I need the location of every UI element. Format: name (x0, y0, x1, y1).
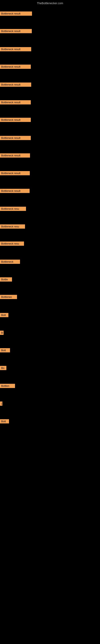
bottleneck-result-7: Bottleneck result (0, 118, 31, 123)
bottleneck-label-18: Bott (0, 313, 8, 317)
bottleneck-result-11: Bottleneck result (0, 189, 30, 194)
bottleneck-label-6: Bottleneck result (0, 100, 31, 104)
bottleneck-result-12: Bottleneck resu (0, 207, 26, 212)
bottleneck-result-18: Bott (0, 313, 8, 318)
bottleneck-label-17: Bottlenec (0, 295, 17, 299)
bottleneck-result-9: Bottleneck result (0, 153, 30, 158)
bottleneck-label-8: Bottleneck result (0, 136, 31, 140)
bottleneck-result-16: Bottle (0, 277, 12, 282)
bottleneck-result-13: Bottleneck resu (0, 224, 25, 230)
bottleneck-result-19: B (0, 331, 3, 336)
bottleneck-result-17: Bottlenec (0, 295, 17, 300)
site-title: TheBottlenecker.com (0, 0, 100, 6)
bottleneck-label-16: Bottle (0, 277, 12, 282)
bottleneck-result-21: Bo (0, 366, 6, 371)
bottleneck-result-22: Bottlen (0, 384, 15, 389)
bottleneck-label-10: Bottleneck result (0, 171, 30, 175)
bottleneck-label-13: Bottleneck resu (0, 224, 25, 228)
bottleneck-result-4: Bottleneck result (0, 64, 31, 70)
bottleneck-result-20: Bott (0, 348, 10, 353)
bottleneck-label-23: | (0, 402, 2, 406)
bottleneck-label-14: Bottleneck resu (0, 242, 24, 246)
bottleneck-label-12: Bottleneck resu (0, 207, 26, 211)
bottleneck-label-22: Bottlen (0, 384, 15, 388)
bottleneck-result-8: Bottleneck result (0, 136, 31, 141)
bottleneck-result-3: Bottleneck result (0, 47, 31, 52)
bottleneck-label-2: Bottleneck result (0, 29, 32, 33)
bottleneck-label-3: Bottleneck result (0, 47, 31, 51)
bottleneck-result-24: Bott (0, 419, 9, 424)
bottleneck-label-7: Bottleneck result (0, 118, 31, 122)
bottleneck-label-24: Bott (0, 419, 9, 424)
bottleneck-label-9: Bottleneck result (0, 153, 30, 158)
bottleneck-label-21: Bo (0, 366, 6, 370)
bottleneck-result-14: Bottleneck resu (0, 242, 24, 246)
bottleneck-label-11: Bottleneck result (0, 189, 30, 193)
bottleneck-label-5: Bottleneck result (0, 82, 31, 87)
bottleneck-result-10: Bottleneck result (0, 171, 30, 176)
bottleneck-result-1: Bottleneck result (0, 12, 32, 16)
bottleneck-label-4: Bottleneck result (0, 64, 31, 69)
bottleneck-label-20: Bott (0, 348, 10, 352)
bottleneck-result-15: Bottleneck (0, 260, 20, 265)
bottleneck-label-19: B (0, 331, 3, 335)
bottleneck-result-23: | (0, 402, 2, 406)
bottleneck-label-15: Bottleneck (0, 260, 20, 264)
bottleneck-result-5: Bottleneck result (0, 82, 31, 88)
bottleneck-label-1: Bottleneck result (0, 12, 32, 16)
bottleneck-result-2: Bottleneck result (0, 29, 32, 34)
bottleneck-result-6: Bottleneck result (0, 100, 31, 105)
